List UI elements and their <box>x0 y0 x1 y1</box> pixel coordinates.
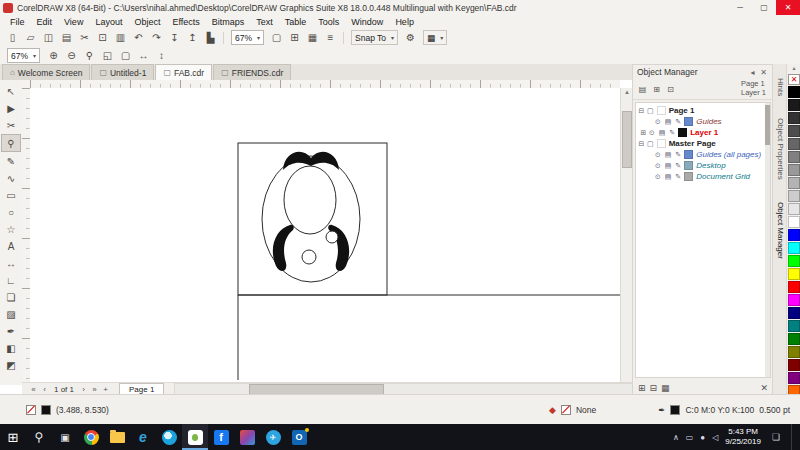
zoom-levels-combo[interactable]: 67% ▾ <box>7 48 40 63</box>
palette-color-swatch[interactable] <box>788 346 800 358</box>
file-explorer-icon[interactable] <box>104 424 130 450</box>
options-gear-icon[interactable]: ⚙ <box>402 30 419 45</box>
docker-close-icon[interactable]: ✕ <box>758 68 769 77</box>
scroll-up-icon[interactable]: ▲ <box>624 88 630 97</box>
palette-color-swatch[interactable] <box>788 216 800 228</box>
palette-color-swatch[interactable] <box>788 86 800 98</box>
layer-label[interactable]: Page 1 <box>668 106 695 115</box>
show-object-properties-icon[interactable]: ▤ <box>636 82 649 97</box>
zoom-page-icon[interactable]: ▢ <box>117 48 134 63</box>
layer-row[interactable]: ⊟ ▢ Page 1 <box>636 105 770 116</box>
layer-label[interactable]: Guides (all pages) <box>695 150 761 159</box>
last-page-button[interactable]: » <box>89 385 100 394</box>
document-tab[interactable]: ▢ FAB.cdr <box>155 64 212 80</box>
layer-visibility-icons[interactable]: ⊙ ▤ ✎ <box>655 162 682 170</box>
layer-visibility-icons[interactable]: ▢ <box>647 107 655 115</box>
edge-icon[interactable]: e <box>130 424 156 450</box>
taskbar-clock[interactable]: 5:43 PM 9/25/2019 <box>725 427 761 448</box>
save-icon[interactable]: ◫ <box>40 30 57 45</box>
close-button[interactable]: ✕ <box>776 0 800 15</box>
layer-row[interactable]: ⊟ ▢ Master Page <box>636 138 770 149</box>
new-document-icon[interactable]: ▯ <box>4 30 21 45</box>
menu-item[interactable]: Bitmaps <box>206 17 251 27</box>
docker-scrollbar[interactable] <box>765 103 770 377</box>
palette-color-swatch[interactable] <box>788 203 800 215</box>
ellipse-tool[interactable]: ○ <box>2 204 20 220</box>
layer-row[interactable]: ⊙ ▤ ✎ Guides <box>636 116 770 127</box>
zoom-level-select[interactable]: 67% ▾ <box>231 30 264 45</box>
palette-color-swatch[interactable] <box>788 281 800 293</box>
photos-icon[interactable] <box>234 424 260 450</box>
network-icon[interactable]: ● <box>700 433 705 442</box>
menu-item[interactable]: Window <box>345 17 389 27</box>
coreldraw-icon[interactable] <box>182 424 208 450</box>
menu-item[interactable]: Tools <box>312 17 345 27</box>
expand-icon[interactable]: ⊞ <box>640 129 647 137</box>
rectangle-tool[interactable]: ▭ <box>2 187 20 203</box>
first-page-button[interactable]: « <box>28 385 39 394</box>
search-icon[interactable]: ⚲ <box>26 424 52 450</box>
palette-color-swatch[interactable] <box>788 99 800 111</box>
palette-scroll-up-icon[interactable]: ▴ <box>792 64 795 73</box>
start-button[interactable]: ⊞ <box>0 424 26 450</box>
shape-tool[interactable]: ▶ <box>2 100 20 116</box>
facebook-icon[interactable]: f <box>208 424 234 450</box>
palette-color-swatch[interactable] <box>788 112 800 124</box>
maximize-button[interactable]: ▢ <box>752 0 776 15</box>
menu-item[interactable]: View <box>58 17 89 27</box>
menu-item[interactable]: Object <box>128 17 166 27</box>
menu-item[interactable]: Edit <box>31 17 59 27</box>
application-launcher[interactable]: ▦ ▾ <box>423 30 447 45</box>
battery-icon[interactable]: ▭ <box>686 433 694 442</box>
layer-visibility-icons[interactable]: ⊙ ▤ ✎ <box>655 151 682 159</box>
export-icon[interactable]: ↥ <box>184 30 201 45</box>
right-eye-circle[interactable] <box>326 231 338 243</box>
vertical-scroll-thumb[interactable] <box>622 111 632 168</box>
show-grid-icon[interactable]: ▦ <box>304 30 321 45</box>
snap-to-dropdown[interactable]: Snap To ▾ <box>351 30 398 45</box>
palette-color-swatch[interactable] <box>788 359 800 371</box>
volume-icon[interactable]: ◁ <box>712 433 718 442</box>
zoom-selected-icon[interactable]: ⚲ <box>81 48 98 63</box>
docker-tab[interactable]: Hints <box>776 78 785 96</box>
artistic-media-tool[interactable]: ∿ <box>2 170 20 186</box>
dimension-tool[interactable]: ↔ <box>2 255 20 271</box>
palette-color-swatch[interactable] <box>788 229 800 241</box>
layer-row[interactable]: ⊙ ▤ ✎ Desktop <box>636 160 770 171</box>
layer-label[interactable]: Desktop <box>695 161 725 170</box>
browser-icon[interactable] <box>156 424 182 450</box>
zoom-out-icon[interactable]: ⊖ <box>63 48 80 63</box>
drop-shadow-tool[interactable]: ❏ <box>2 289 20 305</box>
transparency-tool[interactable]: ▨ <box>2 306 20 322</box>
layer-label[interactable]: Document Grid <box>695 172 750 181</box>
palette-color-swatch[interactable] <box>788 333 800 345</box>
pick-tool[interactable]: ↖ <box>2 83 20 99</box>
import-icon[interactable]: ↧ <box>166 30 183 45</box>
undo-icon[interactable]: ↶ <box>130 30 147 45</box>
zoom-in-icon[interactable]: ⊕ <box>45 48 62 63</box>
drawing-canvas[interactable] <box>30 88 620 382</box>
zoom-tool[interactable]: ⚲ <box>1 134 21 152</box>
notification-center-icon[interactable]: ❏ <box>768 432 784 442</box>
document-tab[interactable]: ▢ Untitled-1 <box>91 64 154 80</box>
edit-layer-button[interactable]: ▦ <box>661 383 670 393</box>
redo-icon[interactable]: ↷ <box>148 30 165 45</box>
layer-visibility-icons[interactable]: ▢ <box>647 140 655 148</box>
outlook-icon[interactable]: O <box>286 424 312 450</box>
mouth-circle[interactable] <box>302 250 316 264</box>
layer-visibility-icons[interactable]: ⊙ ▤ ✎ <box>655 173 682 181</box>
menu-item[interactable]: File <box>4 17 31 27</box>
smart-fill-tool[interactable]: ◩ <box>2 357 20 373</box>
task-view-icon[interactable]: ▣ <box>52 424 78 450</box>
menu-item[interactable]: Text <box>250 17 279 27</box>
zoom-page-height-icon[interactable]: ↕ <box>153 48 170 63</box>
layer-row[interactable]: ⊙ ▤ ✎ Document Grid <box>636 171 770 182</box>
eyedropper-tool[interactable]: ✒ <box>2 323 20 339</box>
show-guidelines-icon[interactable]: ≡ <box>322 30 339 45</box>
paste-icon[interactable]: ▥ <box>112 30 129 45</box>
text-tool[interactable]: A <box>2 238 20 254</box>
edit-across-layers-icon[interactable]: ⊞ <box>650 82 663 97</box>
tray-chevron-icon[interactable]: ∧ <box>673 433 679 442</box>
minimize-button[interactable]: ─ <box>728 0 752 15</box>
previous-page-button[interactable]: ‹ <box>39 385 50 394</box>
